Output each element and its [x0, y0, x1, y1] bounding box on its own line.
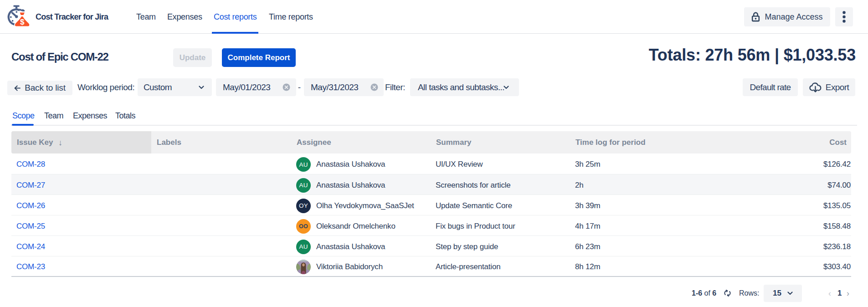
svg-text:$: $ [20, 18, 25, 26]
